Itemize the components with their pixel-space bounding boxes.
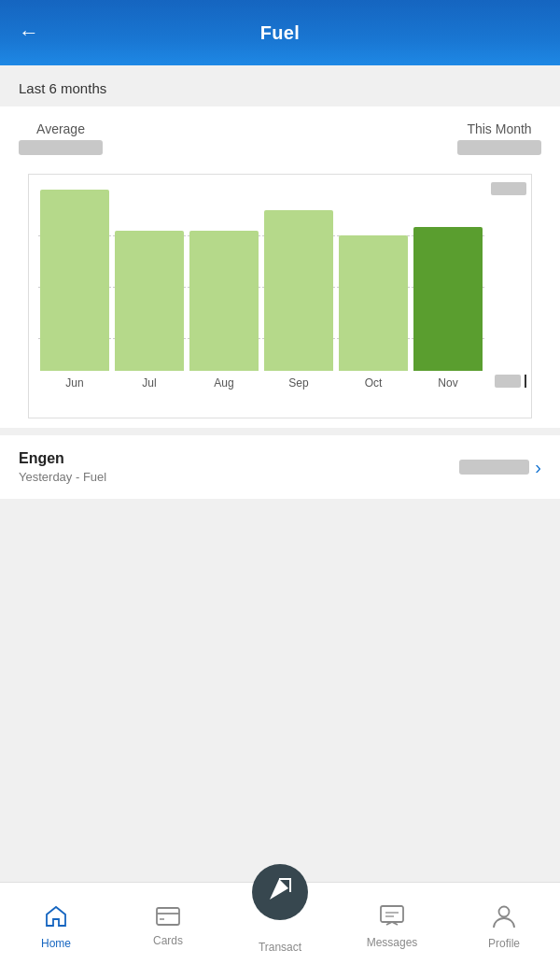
chart-bar-aug — [189, 231, 259, 371]
nav-messages[interactable]: Messages — [336, 883, 448, 964]
period-label: Last 6 months — [19, 80, 106, 96]
transact-bubble — [252, 864, 308, 920]
transaction-left: Engen Yesterday - Fuel — [19, 450, 106, 484]
home-icon — [43, 903, 69, 933]
nav-home[interactable]: Home — [0, 883, 112, 964]
chart-bar-jun — [40, 190, 109, 371]
header: ← Fuel — [0, 0, 560, 65]
transaction-amount — [459, 460, 529, 475]
y-label-bottom — [495, 375, 526, 388]
average-value-blur — [19, 140, 103, 155]
svg-rect-4 — [381, 906, 403, 922]
chart-bar-nov — [413, 227, 483, 371]
chart-container: JunJulAugSepOctNov — [19, 164, 541, 428]
messages-icon — [379, 904, 405, 932]
nav-cards[interactable]: Cards — [112, 883, 224, 964]
average-stat: Average — [19, 121, 103, 155]
this-month-label: This Month — [467, 121, 531, 136]
bar-group: Nov — [413, 227, 483, 390]
messages-label: Messages — [367, 936, 418, 949]
bar-label-aug: Aug — [214, 376, 233, 390]
nav-transact[interactable]: Transact — [224, 883, 336, 964]
bar-label-jun: Jun — [65, 376, 83, 390]
profile-label: Profile — [488, 937, 520, 950]
stats-row: Average This Month — [19, 121, 541, 155]
this-month-value-blur — [457, 140, 541, 155]
chart-bar-oct — [339, 235, 408, 371]
chevron-right-icon: › — [535, 457, 541, 478]
this-month-stat: This Month — [457, 121, 541, 155]
svg-rect-0 — [157, 908, 179, 925]
page-title: Fuel — [260, 22, 300, 44]
period-bar: Last 6 months — [0, 65, 560, 106]
bar-label-nov: Nov — [438, 376, 457, 390]
bar-group: Aug — [189, 231, 259, 390]
transaction-sub: Yesterday - Fuel — [19, 470, 106, 484]
back-button[interactable]: ← — [19, 21, 39, 45]
home-label: Home — [41, 937, 71, 950]
average-label: Average — [36, 121, 85, 136]
bar-label-oct: Oct — [365, 376, 383, 390]
transaction-card[interactable]: Engen Yesterday - Fuel › — [0, 435, 560, 499]
bar-group: Sep — [264, 210, 333, 390]
bar-group: Oct — [339, 235, 408, 390]
cards-label: Cards — [153, 934, 183, 947]
bottom-nav: Home Cards Transact — [0, 882, 560, 964]
chart-inner: JunJulAugSepOctNov — [28, 174, 532, 418]
bar-group: Jun — [40, 190, 109, 390]
cards-icon — [155, 906, 181, 930]
bar-label-jul: Jul — [142, 376, 156, 390]
chart-bar-sep — [264, 210, 333, 371]
profile-icon — [492, 903, 516, 933]
svg-point-7 — [499, 906, 510, 916]
bar-label-sep: Sep — [288, 376, 308, 390]
bars-area: JunJulAugSepOctNov — [38, 184, 484, 390]
stats-card: Average This Month — [0, 106, 560, 428]
svg-marker-3 — [270, 879, 288, 900]
transact-icon — [266, 875, 294, 909]
transaction-name: Engen — [19, 450, 106, 467]
transaction-right: › — [459, 457, 541, 478]
nav-profile[interactable]: Profile — [448, 883, 560, 964]
content-spacer — [0, 499, 560, 648]
transact-label: Transact — [259, 941, 301, 954]
chart-bar-jul — [115, 231, 184, 371]
bar-group: Jul — [115, 231, 184, 390]
y-label-top — [491, 182, 526, 195]
